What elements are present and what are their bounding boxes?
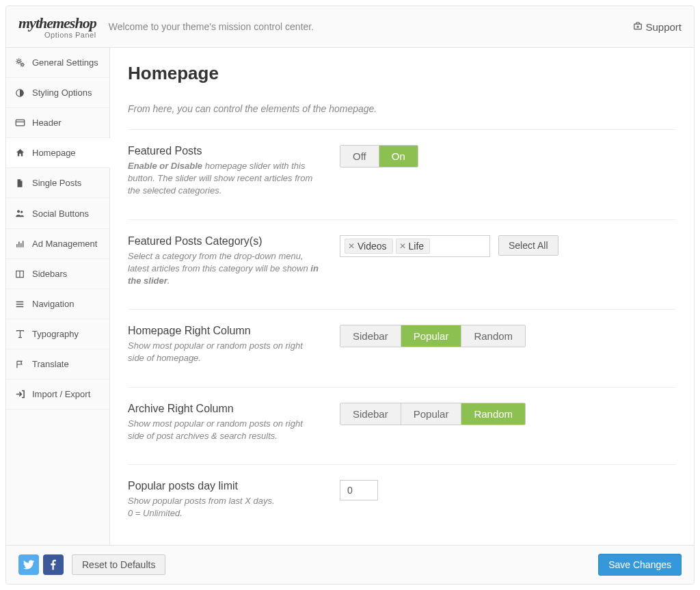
select-all-button[interactable]: Select All [498, 235, 558, 256]
bars-icon [14, 239, 25, 249]
columns-icon [14, 269, 25, 279]
svg-point-5 [17, 210, 20, 213]
sidebar-item-header[interactable]: Header [6, 108, 109, 138]
sidebar-item-translate[interactable]: Translate [6, 349, 109, 379]
file-icon [14, 178, 25, 188]
support-link[interactable]: Support [633, 21, 682, 33]
section-popular-limit: Popular posts day limit Show popular pos… [128, 480, 676, 541]
sidebar-item-label: General Settings [32, 57, 98, 68]
sidebar-item-label: Translate [32, 359, 69, 369]
sidebar-item-homepage[interactable]: Homepage [6, 138, 110, 168]
facebook-icon[interactable] [43, 554, 64, 575]
sidebar-item-label: Homepage [32, 148, 76, 158]
opt-popular[interactable]: Popular [401, 403, 462, 425]
card-icon [14, 118, 25, 128]
home-icon [14, 148, 25, 158]
flag-icon [14, 360, 25, 369]
remove-tag-icon[interactable]: ✕ [348, 241, 355, 251]
users-icon [14, 208, 25, 219]
toggle-off[interactable]: Off [340, 146, 379, 167]
toggle-on[interactable]: On [379, 146, 418, 167]
support-label: Support [645, 21, 682, 33]
section-desc: Show popular posts from last X days.0 = … [128, 495, 319, 520]
sidebar-item-label: Import / Export [32, 389, 90, 399]
sidebar-item-single-posts[interactable]: Single Posts [6, 168, 109, 198]
svg-point-2 [21, 64, 23, 66]
tag-videos: ✕Videos [345, 239, 393, 254]
section-title: Homepage Right Column [128, 325, 319, 337]
section-desc: Enable or Disable homepage slider with t… [128, 160, 319, 198]
twitter-icon[interactable] [18, 554, 39, 575]
content: Homepage From here, you can control the … [110, 48, 694, 545]
section-homepage-right: Homepage Right Column Show most popular … [128, 325, 676, 387]
archive-right-toggle: Sidebar Popular Random [340, 403, 526, 425]
category-tag-input[interactable]: ✕Videos ✕Life [340, 235, 490, 257]
gears-icon [14, 57, 25, 68]
section-featured-categories: Featured Posts Category(s) Select a cate… [128, 235, 676, 310]
save-button[interactable]: Save Changes [598, 554, 682, 576]
section-desc: Show most popular or random posts on rig… [128, 418, 319, 442]
medkit-icon [633, 21, 643, 33]
svg-point-6 [21, 211, 23, 213]
svg-rect-4 [16, 120, 25, 126]
section-title: Archive Right Column [128, 403, 319, 415]
sidebar-item-styling-options[interactable]: Styling Options [6, 78, 109, 108]
opt-sidebar[interactable]: Sidebar [340, 325, 401, 347]
contrast-icon [14, 88, 25, 98]
sidebar-item-label: Styling Options [32, 88, 92, 98]
opt-random[interactable]: Random [461, 403, 525, 425]
type-icon [14, 329, 25, 339]
popular-limit-input[interactable] [340, 480, 378, 500]
sidebar-item-label: Sidebars [32, 269, 67, 279]
section-archive-right: Archive Right Column Show most popular o… [128, 403, 676, 465]
signin-icon [14, 389, 25, 399]
remove-tag-icon[interactable]: ✕ [399, 241, 406, 251]
brand-name: mythemeshop [18, 14, 96, 32]
tag-life: ✕Life [396, 239, 431, 254]
welcome-text: Welcome to your theme's mission control … [109, 21, 634, 32]
sidebar-item-social-buttons[interactable]: Social Buttons [6, 198, 109, 229]
section-title: Featured Posts Category(s) [128, 235, 319, 247]
home-right-toggle: Sidebar Popular Random [340, 325, 526, 347]
sidebar-item-ad-management[interactable]: Ad Management [6, 229, 109, 259]
footer: Reset to Defaults Save Changes [6, 545, 694, 584]
sidebar-item-navigation[interactable]: Navigation [6, 289, 109, 319]
menu-icon [14, 299, 25, 309]
featured-toggle: Off On [340, 145, 418, 167]
sidebar-item-general-settings[interactable]: General Settings [6, 48, 109, 78]
sidebar-item-typography[interactable]: Typography [6, 319, 109, 349]
section-desc: Show most popular or random posts on rig… [128, 340, 319, 364]
sidebar-item-sidebars[interactable]: Sidebars [6, 259, 109, 289]
opt-popular[interactable]: Popular [401, 325, 462, 347]
page-desc: From here, you can control the elements … [128, 103, 676, 130]
sidebar-item-label: Navigation [32, 299, 74, 309]
reset-button[interactable]: Reset to Defaults [72, 554, 165, 575]
sidebar-item-label: Social Buttons [32, 209, 89, 219]
sidebar-item-label: Header [32, 118, 62, 128]
sidebar-item-label: Single Posts [32, 178, 81, 188]
section-featured-posts: Featured Posts Enable or Disable homepag… [128, 145, 676, 220]
brand-sub: Options Panel [44, 31, 96, 39]
opt-random[interactable]: Random [461, 325, 525, 347]
svg-point-1 [17, 60, 20, 63]
opt-sidebar[interactable]: Sidebar [340, 403, 401, 425]
sidebar-item-import-export[interactable]: Import / Export [6, 379, 109, 410]
section-title: Featured Posts [128, 145, 319, 157]
brand: mythemeshop Options Panel [18, 14, 96, 39]
section-desc: Select a category from the drop-down men… [128, 250, 319, 288]
header-bar: mythemeshop Options Panel Welcome to you… [6, 6, 694, 48]
sidebar: General Settings Styling Options Header … [6, 48, 110, 545]
page-title: Homepage [128, 63, 676, 84]
sidebar-item-label: Ad Management [32, 239, 97, 249]
sidebar-item-label: Typography [32, 329, 79, 339]
section-title: Popular posts day limit [128, 480, 319, 492]
